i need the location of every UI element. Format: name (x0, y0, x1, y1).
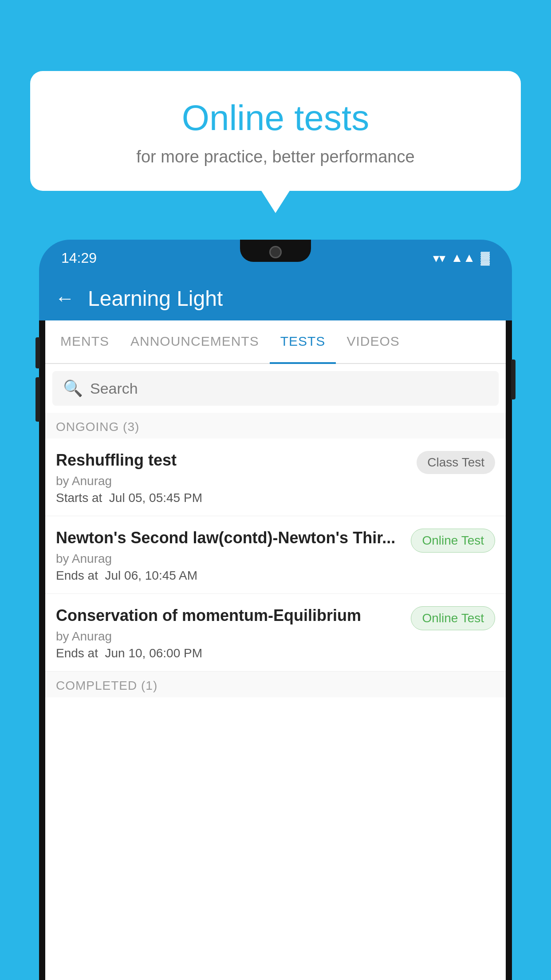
test-name: Reshuffling test (56, 451, 409, 470)
time-value: Jun 10, 06:00 PM (105, 646, 202, 660)
bubble-title: Online tests (52, 98, 499, 138)
power-button (511, 360, 516, 399)
test-time: Ends at Jun 10, 06:00 PM (56, 646, 404, 660)
status-time: 14:29 (61, 250, 97, 266)
status-bar: 14:29 ▾▾ ▲▲ ▓ (39, 240, 512, 276)
test-badge: Class Test (417, 451, 495, 474)
test-author: by Anurag (56, 629, 404, 644)
status-icons: ▾▾ ▲▲ ▓ (433, 251, 490, 265)
battery-icon: ▓ (481, 251, 490, 265)
speech-bubble: Online tests for more practice, better p… (30, 71, 521, 191)
bubble-subtitle: for more practice, better performance (52, 147, 499, 166)
time-label: Ends at (56, 569, 98, 582)
app-header: ← Learning Light (39, 276, 512, 320)
test-name: Newton's Second law(contd)-Newton's Thir… (56, 529, 404, 547)
test-item[interactable]: Reshuffling test by Anurag Starts at Jul… (45, 439, 506, 516)
search-input[interactable] (90, 380, 488, 397)
test-name: Conservation of momentum-Equilibrium (56, 606, 404, 625)
time-value: Jul 05, 05:45 PM (109, 491, 202, 505)
test-item[interactable]: Conservation of momentum-Equilibrium by … (45, 594, 506, 672)
completed-section-header: COMPLETED (1) (45, 672, 506, 697)
vol-up-button (35, 337, 40, 368)
vol-down-button (35, 377, 40, 422)
test-item-content: Reshuffling test by Anurag Starts at Jul… (56, 451, 409, 505)
notch (240, 240, 311, 262)
tab-tests[interactable]: TESTS (270, 320, 336, 364)
tab-ments[interactable]: MENTS (50, 320, 120, 363)
tab-announcements[interactable]: ANNOUNCEMENTS (120, 320, 270, 363)
time-label: Starts at (56, 491, 102, 505)
app-title: Learning Light (88, 286, 223, 311)
search-bar[interactable]: 🔍 (52, 371, 499, 406)
test-time: Ends at Jul 06, 10:45 AM (56, 569, 404, 583)
search-icon: 🔍 (63, 379, 83, 398)
phone-content: MENTS ANNOUNCEMENTS TESTS VIDEOS 🔍 ONGOI… (39, 320, 512, 980)
test-author: by Anurag (56, 552, 404, 566)
test-time: Starts at Jul 05, 05:45 PM (56, 491, 409, 505)
test-author: by Anurag (56, 474, 409, 488)
test-item-content: Conservation of momentum-Equilibrium by … (56, 606, 404, 660)
ongoing-section-header: ONGOING (3) (45, 413, 506, 439)
tab-videos[interactable]: VIDEOS (336, 320, 410, 363)
phone-frame: 14:29 ▾▾ ▲▲ ▓ ← Learning Light MENTS ANN… (39, 240, 512, 980)
test-item[interactable]: Newton's Second law(contd)-Newton's Thir… (45, 516, 506, 594)
test-badge: Online Test (411, 606, 495, 630)
time-label: Ends at (56, 646, 98, 660)
signal-icon: ▲▲ (451, 251, 475, 265)
back-button[interactable]: ← (55, 287, 75, 309)
tabs-bar: MENTS ANNOUNCEMENTS TESTS VIDEOS (45, 320, 506, 364)
wifi-icon: ▾▾ (433, 251, 445, 265)
time-value: Jul 06, 10:45 AM (105, 569, 198, 582)
test-badge: Online Test (411, 529, 495, 553)
camera (269, 246, 282, 258)
test-item-content: Newton's Second law(contd)-Newton's Thir… (56, 529, 404, 583)
